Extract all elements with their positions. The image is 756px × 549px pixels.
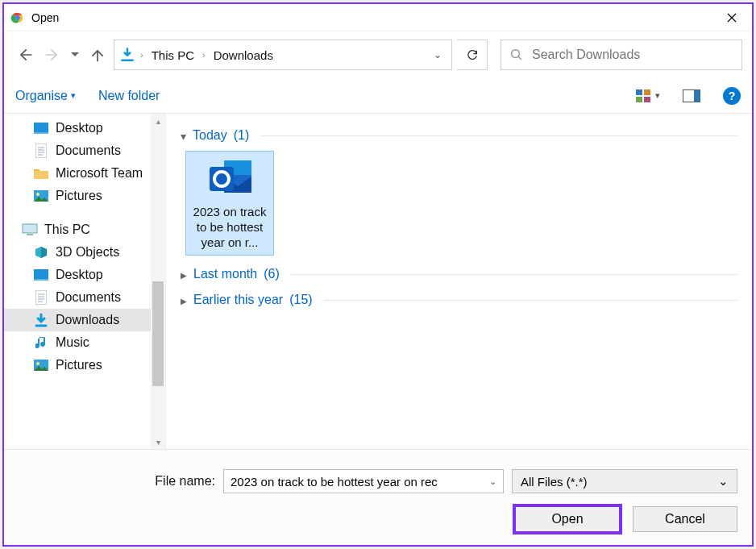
svg-rect-17 — [34, 269, 48, 279]
svg-rect-6 — [636, 97, 642, 102]
desktop-icon — [33, 269, 49, 281]
group-divider — [324, 300, 737, 301]
tree-item-msteams[interactable]: Microsoft Team — [4, 162, 165, 185]
forward-button[interactable] — [41, 44, 64, 66]
document-icon — [33, 143, 49, 158]
svg-rect-12 — [35, 143, 47, 158]
organise-label: Organise — [15, 89, 68, 103]
group-count: (15) — [289, 293, 312, 307]
svg-point-14 — [36, 193, 39, 196]
tree-item-music[interactable]: Music — [4, 331, 165, 354]
tree-item-thispc[interactable]: This PC — [4, 218, 165, 241]
tree-item-pictures2[interactable]: Pictures — [4, 354, 165, 376]
recent-locations-dropdown[interactable] — [69, 44, 81, 66]
view-options-button[interactable]: ▾ — [636, 89, 660, 102]
help-button[interactable]: ? — [723, 87, 741, 105]
filetype-combobox[interactable]: All Files (*.*) ⌄ — [512, 469, 737, 493]
folder-icon — [33, 168, 49, 179]
filename-combobox[interactable]: 2023 on track to be hottest year on rec … — [223, 469, 504, 493]
group-divider — [260, 135, 737, 136]
svg-rect-15 — [23, 224, 37, 233]
cancel-button[interactable]: Cancel — [633, 506, 737, 532]
file-list: Today (1) 2023 on track to be hottest ye… — [165, 114, 752, 449]
open-button[interactable]: Open — [515, 506, 620, 532]
tree-item-desktop[interactable]: Desktop — [4, 117, 165, 139]
tree-label: Desktop — [56, 268, 103, 282]
group-count: (6) — [264, 267, 280, 281]
tree-label: Pictures — [56, 358, 102, 372]
window-title: Open — [31, 11, 59, 24]
svg-rect-4 — [636, 89, 642, 95]
filename-label: File name: — [19, 474, 215, 489]
back-button[interactable] — [14, 44, 36, 66]
toolbar: Organise ▾ New folder ▾ ? — [4, 78, 752, 114]
filetype-value: All Files (*.*) — [521, 475, 588, 489]
cube-icon — [33, 246, 49, 259]
group-label: Today — [193, 128, 227, 143]
tree-label: Music — [56, 335, 89, 350]
tree-label: This PC — [44, 223, 90, 237]
tree-scrollbar[interactable]: ▴ ▾ — [151, 114, 165, 449]
navigation-row: › This PC › Downloads ⌄ — [4, 31, 752, 78]
refresh-button[interactable] — [457, 40, 488, 70]
preview-pane-button[interactable] — [683, 89, 700, 102]
chevron-down-icon — [181, 130, 186, 143]
breadcrumb-downloads[interactable]: Downloads — [210, 46, 276, 64]
close-button[interactable] — [713, 5, 750, 31]
tree-label: Pictures — [56, 189, 102, 203]
open-file-dialog: Open › This PC › Downloads ⌄ — [2, 2, 754, 547]
file-item-outlook[interactable]: 2023 on track to be hottest year on r... — [185, 151, 274, 256]
breadcrumb-thispc[interactable]: This PC — [148, 46, 197, 64]
tree-item-documents[interactable]: Documents — [4, 139, 165, 162]
tree-label: 3D Objects — [56, 245, 119, 260]
filename-value: 2023 on track to be hottest year on rec — [231, 475, 438, 489]
tree-item-pictures[interactable]: Pictures — [4, 185, 165, 207]
chevron-down-icon: ▾ — [71, 90, 76, 101]
cancel-label: Cancel — [665, 512, 705, 526]
tree-label: Documents — [56, 143, 121, 158]
group-earlier[interactable]: Earlier this year (15) — [181, 293, 737, 307]
search-input[interactable] — [532, 48, 733, 62]
chevron-right-icon — [181, 270, 187, 280]
downloads-folder-icon — [119, 47, 135, 63]
tree-label: Microsoft Team — [56, 166, 143, 181]
open-label: Open — [551, 512, 583, 526]
group-count: (1) — [234, 128, 250, 143]
chevron-right-icon: › — [139, 50, 145, 60]
titlebar: Open — [4, 4, 752, 31]
svg-rect-10 — [34, 123, 48, 132]
group-lastmonth[interactable]: Last month (6) — [181, 267, 737, 281]
group-today[interactable]: Today (1) — [181, 128, 737, 143]
new-folder-label: New folder — [98, 89, 160, 103]
scroll-thumb[interactable] — [152, 281, 164, 386]
svg-point-21 — [36, 362, 39, 365]
svg-rect-5 — [644, 89, 650, 95]
tree-item-3dobjects[interactable]: 3D Objects — [4, 241, 165, 264]
pictures-icon — [33, 190, 49, 202]
search-icon — [509, 48, 524, 62]
organise-menu[interactable]: Organise ▾ — [15, 89, 76, 103]
view-icon — [636, 89, 652, 102]
outlook-file-icon — [204, 156, 255, 203]
chevron-right-icon: › — [201, 50, 207, 60]
chevron-down-icon: ⌄ — [489, 476, 496, 487]
svg-rect-7 — [644, 97, 650, 102]
search-box[interactable] — [501, 40, 742, 70]
main-area: Desktop Documents Microsoft Team Picture… — [4, 114, 752, 450]
up-button[interactable] — [86, 44, 109, 66]
tree-label: Documents — [56, 290, 121, 305]
tree-item-downloads[interactable]: Downloads — [4, 309, 165, 331]
tree-item-documents2[interactable]: Documents — [4, 286, 165, 309]
svg-rect-16 — [27, 234, 33, 235]
svg-rect-11 — [34, 132, 48, 134]
scroll-down-icon[interactable]: ▾ — [151, 435, 165, 449]
pictures-icon — [33, 360, 49, 371]
address-bar[interactable]: › This PC › Downloads ⌄ — [114, 40, 452, 70]
tree-label: Desktop — [56, 121, 103, 135]
chevron-right-icon — [181, 296, 187, 306]
new-folder-button[interactable]: New folder — [98, 89, 160, 103]
address-dropdown[interactable]: ⌄ — [429, 46, 447, 64]
tree-item-desktop2[interactable]: Desktop — [4, 264, 165, 286]
group-divider — [291, 274, 737, 275]
scroll-up-icon[interactable]: ▴ — [151, 114, 165, 128]
